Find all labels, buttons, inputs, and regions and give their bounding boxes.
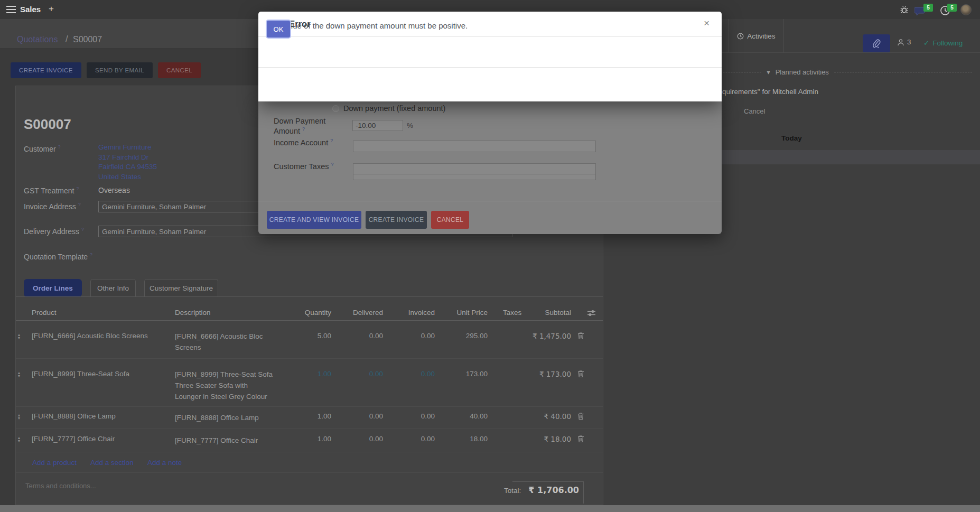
app-name[interactable]: Sales (20, 5, 41, 14)
radio-icon[interactable] (332, 105, 339, 112)
person-icon (897, 39, 904, 46)
error-message: The value of the down payment amount mus… (267, 21, 468, 30)
col-header-invoiced[interactable]: Invoiced (408, 309, 435, 324)
customer-taxes-input[interactable] (353, 163, 596, 174)
drag-handle[interactable]: ▲▼ (16, 333, 22, 340)
row-description[interactable]: [FURN_6666] Acoustic BlocScreens (175, 331, 281, 353)
send-by-email-button[interactable]: SEND BY EMAIL (87, 62, 153, 78)
total-amount: ₹ 1,706.00 (528, 485, 579, 495)
tab-divider (16, 296, 603, 297)
activity-cancel-link[interactable]: Cancel (744, 107, 765, 115)
optional-columns-icon[interactable] (587, 310, 595, 316)
row-invoiced[interactable]: 0.00 (421, 332, 435, 340)
gst-treatment-label: GST Treatment ? (24, 186, 79, 195)
row-product[interactable]: [FURN_7777] Office Chair (32, 435, 115, 443)
delete-line-icon[interactable] (577, 370, 584, 378)
screen: Sales + 5 5 Quotations / S00007 CREATE I… (0, 0, 980, 512)
col-header-subtotal[interactable]: Subtotal (545, 309, 571, 324)
gst-treatment-value[interactable]: Overseas (98, 186, 130, 194)
user-avatar[interactable] (960, 4, 972, 15)
breadcrumb-current: S00007 (73, 35, 102, 44)
breadcrumb-quotations-link[interactable]: Quotations (17, 35, 58, 44)
invoice-address-label: Invoice Address ? (24, 202, 81, 211)
row-description[interactable]: [FURN_8888] Office Lamp (175, 412, 281, 423)
row-quantity[interactable]: 1.00 (318, 435, 331, 443)
following-button[interactable]: ✓ Following (923, 39, 963, 47)
row-product[interactable]: [FURN_6666] Acoustic Bloc Screens (32, 332, 148, 340)
add-a-section-link[interactable]: Add a section (90, 459, 134, 467)
paperclip-icon (872, 39, 881, 48)
ok-button[interactable]: OK (266, 20, 291, 39)
drag-handle[interactable]: ▲▼ (16, 414, 22, 420)
row-product[interactable]: [FURN_8999] Three-Seat Sofa (32, 370, 129, 378)
row-quantity[interactable]: 1.00 (318, 412, 331, 420)
drag-handle[interactable]: ▲▼ (16, 371, 22, 378)
create-invoice-button[interactable]: CREATE INVOICE (11, 62, 81, 78)
terms-and-conditions-input[interactable]: Terms and conditions... (25, 482, 96, 490)
customer-value[interactable]: Gemini Furniture 317 Fairchild Dr Fairfi… (98, 143, 157, 182)
row-unit-price[interactable]: 40.00 (470, 412, 488, 420)
create-invoice-dialog-button[interactable]: CREATE INVOICE (366, 211, 427, 229)
row-unit-price[interactable]: 295.00 (466, 332, 488, 340)
row-delivered[interactable]: 0.00 (369, 435, 383, 443)
customer-taxes-input-row2[interactable] (353, 174, 596, 180)
row-description[interactable]: [FURN_8999] Three-Seat SofaThree Seater … (175, 369, 281, 402)
tab-customer-signature[interactable]: Customer Signature (144, 279, 218, 297)
activities-counter-badge[interactable]: 5 (947, 4, 957, 12)
quotation-title: S00007 (24, 116, 71, 133)
create-and-view-invoice-button[interactable]: CREATE AND VIEW INVOICE (267, 211, 361, 229)
customer-label: Customer ? (24, 144, 61, 153)
down-payment-amount-input[interactable]: -10.00 (352, 120, 403, 131)
row-invoiced[interactable]: 0.00 (421, 412, 435, 420)
new-tab-plus-button[interactable]: + (49, 4, 54, 14)
clock-icon (737, 33, 744, 40)
activities-tab[interactable]: Activities (729, 19, 784, 53)
delete-line-icon[interactable] (577, 435, 584, 443)
modal-body (258, 37, 722, 68)
col-header-quantity[interactable]: Quantity (305, 309, 331, 324)
row-unit-price[interactable]: 173.00 (466, 370, 488, 378)
income-account-input[interactable] (353, 141, 596, 152)
caret-down-icon: ▾ (767, 68, 770, 76)
add-a-note-link[interactable]: Add a note (147, 459, 182, 467)
apps-menu-icon[interactable] (6, 6, 16, 13)
row-description[interactable]: [FURN_7777] Office Chair (175, 435, 281, 446)
radio-label[interactable]: Down payment (fixed amount) (343, 104, 445, 113)
row-delivered[interactable]: 0.00 (369, 412, 383, 420)
tab-other-info[interactable]: Other Info (90, 279, 136, 297)
delivery-address-label: Delivery Address ? (24, 227, 84, 236)
tab-order-lines[interactable]: Order Lines (24, 279, 82, 297)
row-quantity[interactable]: 5.00 (318, 332, 331, 340)
cancel-order-button[interactable]: CANCEL (158, 62, 201, 78)
row-delivered[interactable]: 0.00 (369, 370, 383, 378)
customer-name-link[interactable]: Gemini Furniture (98, 143, 157, 153)
row-product[interactable]: [FURN_8888] Office Lamp (32, 412, 116, 420)
customer-country-link[interactable]: United States (98, 172, 157, 182)
down-payment-fixed-radio-row[interactable]: Down payment (fixed amount) (332, 104, 445, 113)
row-quantity[interactable]: 1.00 (318, 370, 331, 378)
row-invoiced[interactable]: 0.00 (421, 435, 435, 443)
debug-bug-icon[interactable] (900, 5, 909, 14)
customer-city-link[interactable]: Fairfield CA 94535 (98, 162, 157, 172)
close-icon[interactable]: × (704, 17, 710, 29)
customer-street-link[interactable]: 317 Fairchild Dr (98, 153, 157, 163)
followers-button[interactable]: 3 (897, 38, 911, 46)
drag-handle[interactable]: ▲▼ (16, 436, 22, 443)
dialog-footer: CREATE AND VIEW INVOICE CREATE INVOICE C… (258, 201, 722, 234)
row-invoiced[interactable]: 0.00 (421, 370, 435, 378)
col-header-taxes[interactable]: Taxes (503, 309, 521, 324)
attach-files-button[interactable] (863, 34, 890, 52)
col-header-product[interactable]: Product (32, 309, 57, 324)
add-a-product-link[interactable]: Add a product (32, 459, 77, 467)
dashed-rule (834, 72, 972, 72)
cancel-dialog-button[interactable]: CANCEL (431, 211, 469, 229)
col-header-description[interactable]: Description (175, 309, 211, 324)
messages-counter-badge[interactable]: 5 (923, 4, 933, 12)
delete-line-icon[interactable] (577, 332, 584, 340)
col-header-unit-price[interactable]: Unit Price (456, 309, 488, 324)
row-delivered[interactable]: 0.00 (369, 332, 383, 340)
col-header-delivered[interactable]: Delivered (353, 309, 383, 324)
followers-count: 3 (907, 38, 911, 46)
delete-line-icon[interactable] (577, 412, 584, 420)
row-unit-price[interactable]: 18.00 (470, 435, 488, 443)
